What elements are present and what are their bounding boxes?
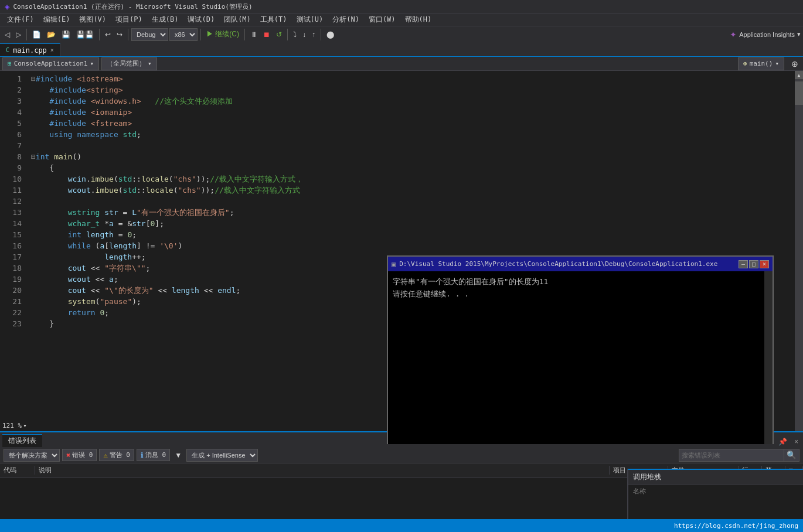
console-close-button[interactable]: × (760, 260, 769, 268)
back-button[interactable]: ◁ (2, 28, 12, 42)
line-num-17: 17 (0, 251, 22, 262)
restart-button[interactable]: ↺ (274, 28, 284, 42)
member-name: main() (750, 60, 773, 67)
menu-team[interactable]: 团队(M) (219, 13, 256, 26)
line-num-16: 16 (0, 240, 22, 251)
forward-button[interactable]: ▷ (13, 28, 23, 42)
appinsights-dropdown-icon: ▾ (797, 30, 801, 38)
scrollbar-track[interactable] (795, 79, 803, 436)
error-search-input[interactable] (679, 449, 784, 462)
info-icon: ℹ (141, 451, 144, 459)
pause-button[interactable]: ⏸ (248, 28, 260, 42)
code-line-2: #include<string> (31, 84, 790, 96)
line-num-1: 1 (0, 73, 22, 84)
line-num-7: 7 (0, 140, 22, 151)
scrollbar-up-button[interactable]: ▲ (795, 71, 803, 79)
error-search: 🔍 (679, 449, 799, 462)
tab-close-icon[interactable]: × (50, 47, 54, 53)
line-num-3: 3 (0, 96, 22, 107)
error-list-tab[interactable]: 错误列表 (2, 434, 42, 447)
toolbar-separator-1 (26, 29, 27, 40)
warning-icon: ⚠ (103, 451, 107, 459)
menu-bar: 文件(F) 编辑(E) 视图(V) 项目(P) 生成(B) 调试(D) 团队(M… (0, 13, 803, 26)
step-over-button[interactable]: ⤵ (291, 28, 299, 42)
tab-bar: C main.cpp × (0, 42, 803, 57)
menu-tools[interactable]: 工具(T) (256, 13, 292, 26)
undo-button[interactable]: ↩ (103, 28, 113, 42)
editor-scrollbar[interactable]: ▲ ▼ (795, 71, 803, 444)
breakpoints-button[interactable]: ⬤ (324, 28, 336, 42)
project-name: ConsoleApplication1 (14, 60, 88, 67)
scope-dropdown-icon: ▾ (148, 60, 152, 67)
line-num-9: 9 (0, 162, 22, 173)
console-minimize-button[interactable]: — (739, 260, 748, 268)
menu-test[interactable]: 测试(U) (292, 13, 328, 26)
menu-file[interactable]: 文件(F) (2, 13, 39, 26)
redo-button[interactable]: ↪ (114, 28, 125, 42)
continue-button[interactable]: ▶ 继续(C) (204, 28, 241, 42)
call-stack-title: 调用堆栈 (633, 472, 661, 482)
editor-wrapper: ⊟#include <iostream> #include<string> #i… (26, 71, 795, 444)
line-num-21: 21 (0, 296, 22, 307)
code-line-8: ⊟int main() (31, 151, 790, 162)
menu-analyze[interactable]: 分析(N) (328, 13, 364, 26)
pin-panel-button[interactable]: 📌 (776, 438, 790, 446)
zoom-indicator: 121 % ▾ (2, 422, 27, 429)
menu-window[interactable]: 窗口(W) (364, 13, 400, 26)
call-stack-content: 名称 (628, 485, 803, 498)
call-stack-name-label: 名称 (633, 487, 798, 496)
code-line-16: while (a[length] != '\0') (31, 240, 790, 251)
menu-view[interactable]: 视图(V) (74, 13, 111, 26)
stop-button[interactable]: ⏹ (261, 28, 273, 42)
menu-edit[interactable]: 编辑(E) (39, 13, 75, 26)
build-select[interactable]: 生成 + IntelliSense (186, 449, 258, 462)
tab-label: main.cpp (13, 46, 47, 54)
console-title-text: D:\Visual Studio 2015\MyProjects\Console… (399, 260, 737, 268)
project-selector[interactable]: ⊞ ConsoleApplication1 ▾ (2, 57, 99, 70)
menu-build[interactable]: 生成(B) (147, 13, 183, 26)
platform-select[interactable]: x86 (169, 28, 198, 41)
console-output-line-2: 请按任意键继续. . . (393, 288, 768, 301)
line-num-23: 23 (0, 318, 22, 329)
search-button[interactable]: 🔍 (784, 449, 799, 462)
code-line-7 (31, 140, 790, 151)
line-num-4: 4 (0, 107, 22, 118)
step-into-button[interactable]: ↓ (300, 28, 308, 42)
step-out-button[interactable]: ↑ (309, 28, 318, 42)
debug-config-select[interactable]: Debug (131, 28, 168, 41)
error-badge[interactable]: ✖ 错误 0 (62, 449, 97, 461)
scope-select[interactable]: 整个解决方案 (4, 449, 60, 462)
scope-selector[interactable]: （全局范围） ▾ (101, 57, 157, 70)
cpp-file-icon: C (6, 47, 9, 53)
close-panel-button[interactable]: × (792, 438, 801, 446)
console-content: 字符串"有一个强大的祖国在身后"的长度为11 请按任意键继续. . . (388, 271, 773, 444)
console-maximize-button[interactable]: □ (749, 260, 758, 268)
scrollbar-thumb[interactable] (795, 81, 803, 105)
new-button[interactable]: 📄 (30, 28, 43, 42)
filter-button[interactable]: ▼ (172, 451, 184, 459)
line-num-15: 15 (0, 229, 22, 240)
menu-project[interactable]: 项目(P) (111, 13, 147, 26)
menu-debug[interactable]: 调试(D) (183, 13, 219, 26)
info-count: 消息 0 (145, 451, 166, 459)
save-all-button[interactable]: 💾💾 (74, 28, 96, 42)
status-url: https://blog.csdn.net/jing_zhong (674, 522, 798, 530)
console-scrollbar[interactable] (764, 271, 773, 444)
zoom-dropdown-icon[interactable]: ▾ (23, 422, 27, 429)
appinsights-icon: ✦ (730, 30, 737, 39)
warning-badge[interactable]: ⚠ 警告 0 (99, 449, 134, 461)
info-badge[interactable]: ℹ 消息 0 (137, 449, 170, 461)
line-num-12: 12 (0, 196, 22, 207)
toolbar-separator-7 (321, 29, 321, 40)
toolbar-separator-4 (200, 29, 201, 40)
menu-help[interactable]: 帮助(H) (400, 13, 437, 26)
appinsights-button[interactable]: ✦ Application Insights ▾ (730, 30, 801, 39)
open-button[interactable]: 📂 (45, 28, 58, 42)
code-line-9: { (31, 162, 790, 173)
nav-expand-button[interactable]: ⊕ (789, 57, 801, 71)
appinsights-label: Application Insights (739, 31, 795, 38)
save-button[interactable]: 💾 (59, 28, 73, 42)
member-selector[interactable]: ⊛ main() ▾ (738, 57, 784, 70)
line-num-6: 6 (0, 129, 22, 140)
tab-main-cpp[interactable]: C main.cpp × (0, 43, 60, 56)
